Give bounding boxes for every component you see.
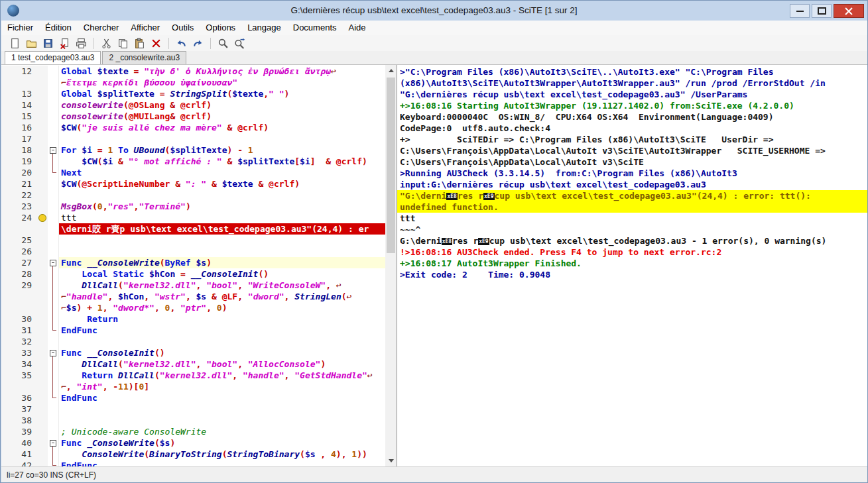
save-file-button[interactable] (40, 36, 56, 50)
code-line[interactable]: $CW(@ScriptLineNumber & ": " & $texte & … (58, 178, 385, 189)
menu-edition[interactable]: Édition (39, 21, 78, 35)
code-line[interactable]: DllCall("kernel32.dll", "bool", "WriteCo… (58, 280, 385, 291)
new-file-button[interactable] (7, 36, 23, 50)
tab-2[interactable]: 2 _consolewrite.au3 (102, 51, 186, 64)
redo-button[interactable] (190, 36, 206, 50)
output-line[interactable]: input:G:\dernières récup usb\text excel\… (397, 179, 868, 190)
output-line[interactable]: "G:\dernières récup usb\text excel\test_… (397, 89, 868, 100)
code-line[interactable]: \derni賋 r賚p usb\text excel\test_codepage… (58, 223, 385, 235)
output-pane[interactable]: >"C:\Program Files (x86)\AutoIt3\SciTE\.… (397, 65, 868, 466)
code-line[interactable]: ttt (58, 212, 385, 223)
print-button[interactable] (73, 36, 90, 50)
output-line[interactable]: Keyboard:0000040C OS:WIN_8/ CPU:X64 OS:X… (397, 111, 868, 123)
find-button[interactable] (215, 36, 231, 50)
editor-row: 29 DllCall("kernel32.dll", "bool", "Writ… (1, 280, 385, 291)
find-next-button[interactable] (231, 36, 248, 50)
title-bar[interactable]: G:\dernières récup usb\text excel\test_c… (1, 1, 867, 21)
output-line[interactable]: >Running AU3Check (3.3.14.5) from:C:\Pro… (397, 168, 868, 179)
output-line[interactable]: >"C:\Program Files (x86)\AutoIt3\SciTE\.… (397, 66, 868, 78)
delete-button[interactable] (148, 36, 164, 50)
menu-options[interactable]: Options (200, 21, 241, 35)
output-line[interactable]: ~~~^ (397, 224, 868, 235)
code-line[interactable]: $CW($i & "° mot affiché : " & $splitText… (58, 156, 385, 167)
code-line[interactable]: EndFunc (58, 392, 385, 403)
code-line[interactable]: ; Unicode-aware ConsoleWrite (58, 426, 385, 437)
code-line[interactable]: Next (58, 167, 385, 178)
code-line[interactable]: Return (58, 313, 385, 325)
output-line[interactable]: +>16:08:16 Starting AutoIt3Wrapper (19.1… (397, 100, 868, 111)
scrollbar-thumb[interactable] (387, 78, 395, 253)
code-line[interactable]: Global $texte = "τὴν δ' ὁ Κυλλήνιος ἐν β… (58, 66, 385, 77)
code-line[interactable]: For $i = 1 To UBound($splitTexte) - 1 (58, 144, 385, 156)
code-line[interactable]: EndFunc (58, 325, 385, 336)
tab-1[interactable]: 1 test_codepage03.au3 (5, 51, 101, 64)
copy-button[interactable] (115, 36, 131, 50)
maximize-button[interactable] (812, 4, 832, 18)
output-line[interactable]: ttt (397, 213, 868, 224)
open-file-button[interactable] (23, 36, 40, 50)
code-line[interactable]: consolewrite(@MUILang& @crlf) (58, 111, 385, 122)
fold-toggle-icon[interactable] (48, 347, 58, 358)
cut-button[interactable] (98, 36, 115, 50)
undo-button[interactable] (173, 36, 190, 50)
menu-chercher[interactable]: Chercher (78, 21, 125, 35)
fold-toggle-icon[interactable] (48, 437, 58, 449)
output-line[interactable]: C:\Users\François\AppData\Local\AutoIt v… (397, 156, 868, 168)
code-line[interactable]: Func __ConsoleInit() (58, 347, 385, 358)
code-line[interactable] (58, 246, 385, 257)
code-line[interactable]: ⌐$s) + 1, "dword*", 0, "ptr", 0) (58, 302, 385, 313)
code-line[interactable] (58, 415, 385, 426)
code-line[interactable]: ⌐, "int", -11)[0] (58, 381, 385, 392)
fold-toggle-icon[interactable] (48, 144, 58, 156)
wrap-end-icon: ↩ (336, 280, 341, 290)
menu-outils[interactable]: Outils (166, 21, 200, 35)
code-line[interactable] (58, 403, 385, 415)
output-line[interactable]: undefined function. (397, 201, 868, 213)
code-line[interactable]: EndFunc (58, 460, 385, 466)
line-number: 35 (1, 370, 36, 381)
line-number: 28 (1, 268, 36, 280)
menu-fichier[interactable]: Fichier (1, 21, 39, 35)
code-line[interactable]: Global $splitTexte = StringSplit($texte,… (58, 88, 385, 99)
code-line[interactable]: Func _ConsoleWrite($s) (58, 437, 385, 449)
output-line[interactable]: G:\dernixE8res rxE9cup usb\text excel\te… (397, 235, 868, 246)
editor-row: 19 $CW($i & "° mot affiché : " & $splitT… (1, 156, 385, 167)
code-line[interactable]: ConsoleWrite(BinaryToString(StringToBina… (58, 449, 385, 460)
scroll-up-button[interactable] (385, 65, 397, 76)
output-line[interactable]: "G:\dernixE8res rxE9cup usb\text excel\t… (397, 190, 868, 201)
code-line[interactable]: Return DllCall("kernel32.dll", "handle",… (58, 370, 385, 381)
menu-documents[interactable]: Documents (287, 21, 343, 35)
close-file-button[interactable] (56, 36, 73, 50)
output-line[interactable]: (x86)\AutoIt3\SciTE\AutoIt3Wrapper\AutoI… (397, 78, 868, 89)
code-line[interactable] (58, 133, 385, 144)
output-line[interactable]: CodePage:0 utf8.auto.check:4 (397, 123, 868, 134)
menu-afficher[interactable]: Afficher (125, 21, 166, 35)
output-line[interactable]: +>16:08:17 AutoIt3Wrapper Finished. (397, 258, 868, 269)
output-line[interactable]: >Exit code: 2 Time: 0.9048 (397, 269, 868, 280)
output-line[interactable]: +> SciTEDir => C:\Program Files (x86)\Au… (397, 134, 868, 145)
code-line[interactable] (58, 336, 385, 347)
code-line[interactable]: MsgBox(0,"res","Terminé") (58, 201, 385, 212)
minimize-button[interactable] (790, 4, 810, 18)
fold-toggle-icon[interactable] (48, 257, 58, 268)
code-line[interactable]: $CW("je suis allé chez ma mère" & @crlf) (58, 122, 385, 133)
paste-button[interactable] (131, 36, 148, 50)
scroll-down-button[interactable] (385, 455, 397, 466)
output-line[interactable]: !>16:08:16 AU3Check ended. Press F4 to j… (397, 246, 868, 258)
code-line[interactable] (58, 235, 385, 246)
editor-vertical-scrollbar[interactable] (385, 65, 397, 466)
code-line[interactable]: Local Static $hCon = __ConsoleInit() (58, 268, 385, 280)
code-line[interactable]: DllCall("kernel32.dll", "bool", "AllocCo… (58, 358, 385, 370)
marker-margin (36, 88, 48, 99)
code-line[interactable] (58, 189, 385, 201)
output-line[interactable]: C:\Users\François\AppData\Local\AutoIt v… (397, 145, 868, 156)
code-line[interactable]: ⌐"handle", $hCon, "wstr", $s & @LF, "dwo… (58, 291, 385, 302)
code-line[interactable]: consolewrite(@OSLang & @crlf) (58, 99, 385, 111)
close-button[interactable] (834, 4, 864, 18)
editor-pane[interactable]: 12Global $texte = "τὴν δ' ὁ Κυλλήνιος ἐν… (1, 65, 385, 466)
code-line[interactable]: ⌐ἔτετμε κερκίδι βύσσου ὑφαίνουσαν" (58, 77, 385, 88)
editor-row: 21$CW(@ScriptLineNumber & ": " & $texte … (1, 178, 385, 189)
menu-langage[interactable]: Langage (241, 21, 287, 35)
menu-aide[interactable]: Aide (343, 21, 372, 35)
code-line[interactable]: Func __ConsoleWrite(ByRef $s) (58, 257, 385, 268)
